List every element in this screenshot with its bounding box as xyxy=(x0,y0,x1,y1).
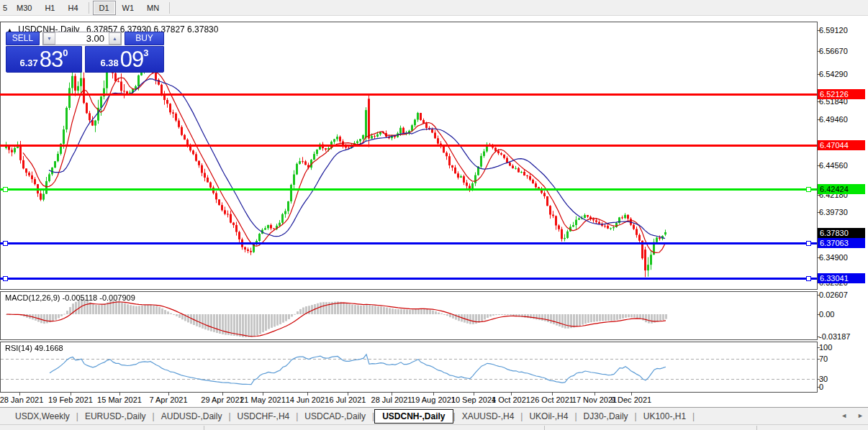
level-drag-handle[interactable] xyxy=(3,187,8,192)
chart-tab-eurusd-daily[interactable]: EURUSD-,Daily xyxy=(78,410,153,423)
price-scale-label: 6.54290 xyxy=(819,70,848,78)
tabs-scroll-left-icon[interactable]: ◄ xyxy=(841,412,847,419)
chart-tab-audusd-daily[interactable]: AUDUSD-,Daily xyxy=(155,410,229,423)
status-bar xyxy=(0,424,868,430)
horizontal-level-line-6.42424[interactable] xyxy=(0,188,817,191)
macd-scale-label: 0.00 xyxy=(819,310,834,319)
date-label: 10 Sep 2021 xyxy=(451,395,496,404)
bid-price-quote[interactable]: 6.37 83 0 xyxy=(6,46,82,73)
level-price-tag: 6.52126 xyxy=(818,89,865,99)
ask-price-pips: 09 xyxy=(120,49,143,70)
chart-tab-usdx-weekly[interactable]: USDX,Weekly xyxy=(9,410,76,423)
price-scale-label: 6.49460 xyxy=(819,115,848,124)
sell-button[interactable]: SELL xyxy=(6,32,40,45)
statusbar-separator xyxy=(544,426,545,430)
horizontal-level-line-6.37063[interactable] xyxy=(0,242,817,244)
rsi-scale-label: 0 xyxy=(819,383,823,391)
macd-scale-label: 0.02607 xyxy=(819,291,848,299)
statusbar-separator xyxy=(204,426,204,430)
level-drag-handle[interactable] xyxy=(3,241,8,246)
date-label: 14 Jun 2021 xyxy=(286,395,330,404)
level-price-tag: 6.37063 xyxy=(818,238,865,248)
price-scale-label: 6.39730 xyxy=(819,208,848,216)
level-price-tag: 6.33041 xyxy=(818,273,865,283)
trading-platform-window: 5M30H1H4D1W1MN ▲ USDCNH-,Daily 6.37857 6… xyxy=(0,0,868,430)
date-label: 15 Mar 2021 xyxy=(97,395,142,404)
one-click-trading-panel: SELL ▾ ▴ BUY 6.37 83 0 6.38 09 3 xyxy=(6,32,164,73)
timeframe-button-d1[interactable]: D1 xyxy=(93,1,116,15)
chart-tab-ukoil-h4[interactable]: UKOil-,H4 xyxy=(523,410,574,423)
rsi-scale-label: 70 xyxy=(819,354,828,363)
level-drag-handle[interactable] xyxy=(806,187,811,192)
date-label: 26 Oct 2021 xyxy=(530,395,574,404)
level-drag-handle[interactable] xyxy=(806,241,811,246)
volume-spinner: ▾ ▴ xyxy=(42,32,122,45)
date-label: 21 May 2021 xyxy=(240,395,286,404)
tab-separator: | xyxy=(692,411,695,421)
chart-tab-usdcad-daily[interactable]: USDCAD-,Daily xyxy=(298,410,372,423)
timeframe-toolbar: 5M30H1H4D1W1MN xyxy=(0,0,868,16)
timeframe-button-m30[interactable]: M30 xyxy=(10,1,38,15)
chart-tab-usdcnh-daily[interactable]: USDCNH-,Daily xyxy=(374,409,453,424)
ask-price-base: 6.38 xyxy=(100,56,118,70)
horizontal-level-line-6.33041[interactable] xyxy=(0,278,817,280)
date-label: 17 Nov 2021 xyxy=(572,395,617,404)
macd-scale-label: -0.03187 xyxy=(819,332,850,341)
date-label: 6 Jul 2021 xyxy=(330,395,366,404)
bid-price-base: 6.37 xyxy=(19,56,37,70)
timeframe-button-mn[interactable]: MN xyxy=(140,1,166,15)
date-label: 29 Apr 2021 xyxy=(201,395,243,404)
horizontal-level-line-6.52126[interactable] xyxy=(0,93,817,96)
date-label: 19 Feb 2021 xyxy=(48,395,93,404)
timeframe-button-h1[interactable]: H1 xyxy=(38,1,61,15)
chart-tab-uk100-h1[interactable]: UK100-,H1 xyxy=(637,410,692,423)
ask-price-point: 3 xyxy=(143,50,148,57)
level-drag-handle[interactable] xyxy=(3,276,8,281)
price-scale-label: 6.44560 xyxy=(819,161,848,170)
timeframe-button-5[interactable]: 5 xyxy=(0,1,10,15)
price-scale-label: 6.59120 xyxy=(819,26,848,35)
bid-price-point: 0 xyxy=(63,50,68,57)
macd-label: MACD(12,26,9) -0.005118 -0.007909 xyxy=(5,293,135,302)
rsi-scale-label: 100 xyxy=(819,343,832,352)
chart-tab-dj30-daily[interactable]: DJ30-,Daily xyxy=(577,410,635,423)
date-label: 9 Dec 2021 xyxy=(611,395,651,404)
rsi-canvas[interactable] xyxy=(1,342,817,392)
level-drag-handle[interactable] xyxy=(806,276,811,281)
volume-input[interactable] xyxy=(55,32,109,45)
toolbar-separator xyxy=(89,2,89,14)
price-scale-label: 6.56670 xyxy=(819,47,848,55)
date-label: 19 Aug 2021 xyxy=(411,395,456,404)
toolbar-separator xyxy=(169,2,170,14)
volume-decrease-button[interactable]: ▾ xyxy=(43,32,55,45)
buy-button[interactable]: BUY xyxy=(125,32,164,45)
current-price-tag: 6.37830 xyxy=(818,228,865,238)
chart-tab-usdchf-h4[interactable]: USDCHF-,H4 xyxy=(231,410,297,423)
level-price-tag: 6.42424 xyxy=(818,184,865,194)
rsi-label: RSI(14) 49.1668 xyxy=(5,344,63,352)
timeframe-button-h4[interactable]: H4 xyxy=(61,1,84,15)
statusbar-separator xyxy=(756,426,757,430)
price-scale-label: 6.34900 xyxy=(819,253,848,262)
chart-tab-bar: USDX,Weekly|EURUSD-,Daily|AUDUSD-,Daily|… xyxy=(0,407,868,424)
volume-increase-button[interactable]: ▴ xyxy=(109,32,121,45)
date-label: 28 Jan 2021 xyxy=(0,395,43,404)
tabs-scroll-right-icon[interactable]: ► xyxy=(857,412,864,419)
date-label: 4 Oct 2021 xyxy=(492,395,530,404)
date-label: 7 Apr 2021 xyxy=(149,395,187,404)
bid-price-pips: 83 xyxy=(40,49,63,70)
timeframe-button-w1[interactable]: W1 xyxy=(116,1,141,15)
chart-tab-xauusd-h4[interactable]: XAUUSD-,H4 xyxy=(456,410,521,423)
date-label: 28 Jul 2021 xyxy=(371,395,412,404)
level-price-tag: 6.47044 xyxy=(818,140,865,150)
ask-price-quote[interactable]: 6.38 09 3 xyxy=(85,46,164,73)
horizontal-level-line-6.47044[interactable] xyxy=(0,145,817,147)
